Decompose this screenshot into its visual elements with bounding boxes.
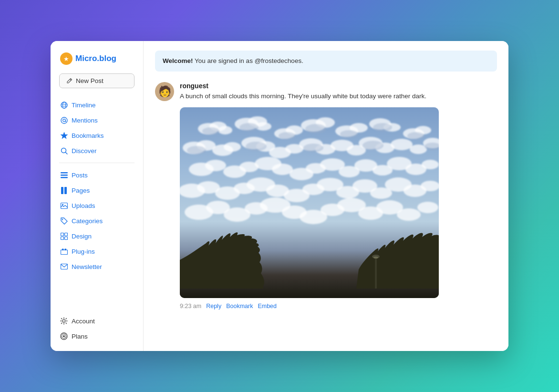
welcome-text: You are signed in as @frostedechoes. bbox=[193, 57, 303, 64]
avatar: 🧑 bbox=[155, 82, 174, 101]
sidebar-item-discover[interactable]: Discover bbox=[55, 144, 138, 158]
welcome-banner: Welcome! You are signed in as @frostedec… bbox=[155, 51, 497, 72]
star-icon bbox=[60, 132, 68, 139]
reply-link[interactable]: Reply bbox=[206, 303, 221, 309]
sidebar-item-account[interactable]: Account bbox=[55, 314, 138, 328]
globe-icon bbox=[60, 101, 68, 109]
svg-rect-19 bbox=[61, 237, 63, 239]
sky-svg bbox=[180, 107, 439, 298]
mail-icon bbox=[60, 263, 68, 270]
svg-rect-10 bbox=[61, 175, 68, 176]
app-window: ★ Micro.blog New Post bbox=[51, 41, 508, 351]
svg-point-0 bbox=[61, 102, 67, 108]
svg-rect-9 bbox=[61, 172, 68, 174]
svg-point-112 bbox=[407, 132, 424, 140]
svg-rect-118 bbox=[375, 258, 377, 289]
svg-point-15 bbox=[62, 204, 63, 205]
sidebar-item-timeline[interactable]: Timeline bbox=[55, 98, 138, 112]
svg-point-107 bbox=[239, 123, 259, 132]
section-items: Posts Pages bbox=[51, 168, 143, 274]
new-post-label: New Post bbox=[76, 77, 104, 84]
embed-link[interactable]: Embed bbox=[258, 303, 277, 309]
svg-point-113 bbox=[187, 146, 206, 155]
svg-point-49 bbox=[224, 142, 241, 152]
svg-point-108 bbox=[279, 132, 296, 140]
svg-point-110 bbox=[340, 130, 358, 138]
pages-icon bbox=[60, 186, 68, 194]
post-actions: 9:23 am Reply Bookmark Embed bbox=[180, 303, 497, 309]
sidebar-item-plugins[interactable]: Plug-ins bbox=[55, 244, 138, 258]
plugins-label: Plug-ins bbox=[72, 248, 95, 255]
svg-point-1 bbox=[62, 102, 65, 108]
svg-point-104 bbox=[397, 208, 421, 221]
sidebar-item-uploads[interactable]: Uploads bbox=[55, 198, 138, 213]
sidebar: ★ Micro.blog New Post bbox=[51, 41, 144, 351]
plans-label: Plans bbox=[72, 333, 88, 340]
svg-rect-11 bbox=[61, 177, 68, 178]
svg-point-111 bbox=[373, 123, 392, 132]
account-label: Account bbox=[72, 318, 95, 325]
sidebar-item-plans[interactable]: Plans bbox=[55, 329, 138, 343]
svg-rect-22 bbox=[62, 248, 64, 250]
svg-point-5 bbox=[62, 119, 65, 122]
post-text: A bunch of small clouds this morning. Th… bbox=[180, 92, 497, 102]
svg-point-105 bbox=[417, 202, 438, 213]
image-icon bbox=[60, 202, 68, 209]
categories-label: Categories bbox=[72, 217, 103, 225]
posts-label: Posts bbox=[72, 172, 88, 179]
post-header: 🧑 ronguest A bunch of small clouds this … bbox=[155, 82, 497, 309]
list-icon bbox=[60, 171, 68, 179]
svg-point-32 bbox=[218, 126, 232, 134]
sidebar-item-bookmarks[interactable]: Bookmarks bbox=[55, 128, 138, 143]
svg-rect-20 bbox=[64, 237, 67, 239]
logo-text: Micro.blog bbox=[75, 54, 116, 63]
svg-point-28 bbox=[63, 335, 65, 337]
discover-label: Discover bbox=[72, 147, 97, 155]
sidebar-item-posts[interactable]: Posts bbox=[55, 168, 138, 182]
svg-point-61 bbox=[410, 144, 427, 154]
svg-point-116 bbox=[362, 141, 383, 150]
timeline-label: Timeline bbox=[72, 102, 96, 109]
mentions-label: Mentions bbox=[72, 117, 98, 124]
svg-point-25 bbox=[62, 320, 65, 322]
gear-icon bbox=[60, 317, 68, 325]
logo-star-icon: ★ bbox=[60, 52, 72, 65]
svg-point-60 bbox=[391, 139, 413, 150]
bottom-section: Account Plans bbox=[51, 314, 143, 343]
svg-point-4 bbox=[61, 117, 67, 124]
new-post-button[interactable]: New Post bbox=[59, 73, 135, 88]
uploads-label: Uploads bbox=[72, 202, 95, 209]
svg-point-106 bbox=[202, 127, 219, 135]
svg-point-115 bbox=[303, 144, 323, 152]
sidebar-item-newsletter[interactable]: Newsletter bbox=[55, 259, 138, 274]
svg-marker-6 bbox=[61, 133, 67, 138]
svg-rect-23 bbox=[64, 248, 66, 250]
post-container: 🧑 ronguest A bunch of small clouds this … bbox=[155, 82, 497, 313]
welcome-bold: Welcome! bbox=[163, 57, 193, 64]
post-username: ronguest bbox=[180, 82, 497, 90]
design-icon bbox=[60, 232, 68, 240]
bookmark-link[interactable]: Bookmark bbox=[226, 303, 253, 309]
divider-1 bbox=[59, 163, 135, 163]
svg-point-109 bbox=[305, 124, 326, 134]
tag-icon bbox=[60, 217, 68, 225]
sidebar-item-mentions[interactable]: Mentions bbox=[55, 113, 138, 127]
target-icon bbox=[60, 332, 68, 340]
svg-rect-13 bbox=[64, 187, 67, 194]
bookmarks-label: Bookmarks bbox=[72, 132, 104, 139]
svg-point-77 bbox=[422, 160, 439, 169]
sidebar-item-pages[interactable]: Pages bbox=[55, 183, 138, 197]
svg-point-16 bbox=[62, 219, 63, 220]
edit-icon bbox=[66, 78, 73, 84]
svg-point-120 bbox=[373, 257, 378, 258]
svg-point-64 bbox=[205, 160, 226, 171]
nav-section: Timeline Mentions Bookma bbox=[51, 98, 143, 158]
at-icon bbox=[60, 116, 68, 124]
sidebar-item-categories[interactable]: Categories bbox=[55, 214, 138, 228]
sidebar-item-design[interactable]: Design bbox=[55, 229, 138, 243]
svg-rect-21 bbox=[61, 250, 67, 255]
plugins-icon bbox=[60, 248, 68, 255]
logo: ★ Micro.blog bbox=[51, 52, 143, 73]
main-content: Welcome! You are signed in as @frostedec… bbox=[144, 41, 508, 351]
newsletter-label: Newsletter bbox=[72, 263, 102, 270]
